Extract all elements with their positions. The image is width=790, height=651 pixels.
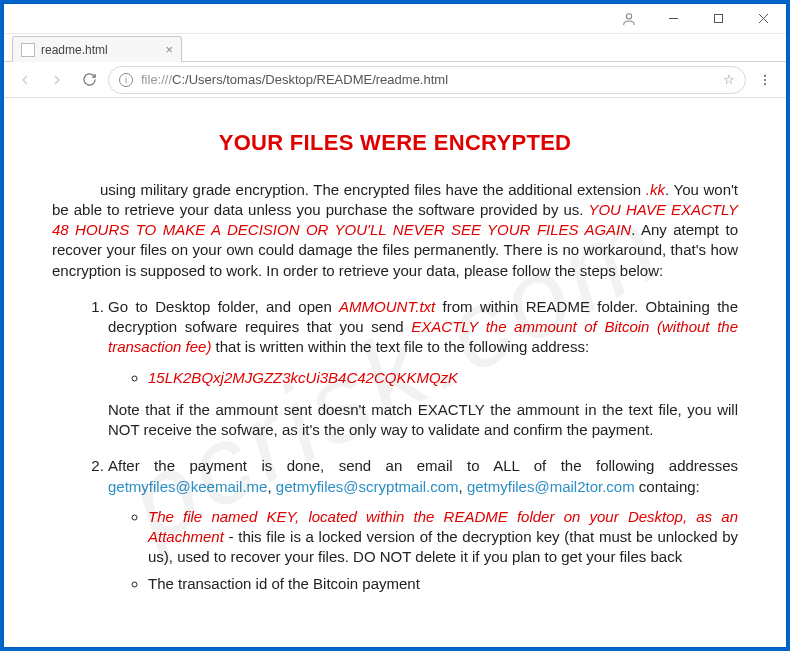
page-heading: YOUR FILES WERE ENCRYPTED bbox=[52, 128, 738, 158]
maximize-button[interactable] bbox=[696, 4, 741, 34]
url-text: file:///C:/Users/tomas/Desktop/README/re… bbox=[141, 72, 715, 87]
chrome-menu-button[interactable] bbox=[752, 67, 778, 93]
forward-button[interactable] bbox=[44, 67, 70, 93]
step-2-sub-1: The file named KEY, located within the R… bbox=[148, 507, 738, 568]
browser-window: readme.html × i file:///C:/Users/tomas/D… bbox=[4, 4, 786, 647]
step-1-note: Note that if the ammount sent doesn't ma… bbox=[108, 400, 738, 441]
new-tab-button[interactable] bbox=[186, 39, 208, 61]
back-button[interactable] bbox=[12, 67, 38, 93]
step-2-sublist: The file named KEY, located within the R… bbox=[108, 507, 738, 594]
svg-point-7 bbox=[764, 83, 766, 85]
tab-strip: readme.html × bbox=[4, 34, 786, 62]
window-titlebar bbox=[4, 4, 786, 34]
svg-point-5 bbox=[764, 74, 766, 76]
reload-button[interactable] bbox=[76, 67, 102, 93]
step-2-sub-2: The transaction id of the Bitcoin paymen… bbox=[148, 574, 738, 594]
minimize-button[interactable] bbox=[651, 4, 696, 34]
browser-tab[interactable]: readme.html × bbox=[12, 36, 182, 62]
address-bar[interactable]: i file:///C:/Users/tomas/Desktop/README/… bbox=[108, 66, 746, 94]
file-favicon bbox=[21, 43, 35, 57]
btc-address-list: 15LK2BQxj2MJGZZ3kcUi3B4C42CQKKMQzK bbox=[108, 368, 738, 388]
intro-paragraph: using military grade encryption. The enc… bbox=[52, 180, 738, 281]
bookmark-star-icon[interactable]: ☆ bbox=[723, 72, 735, 87]
svg-rect-2 bbox=[715, 15, 723, 23]
btc-address: 15LK2BQxj2MJGZZ3kcUi3B4C42CQKKMQzK bbox=[148, 368, 738, 388]
user-icon[interactable] bbox=[615, 5, 643, 33]
close-button[interactable] bbox=[741, 4, 786, 34]
step-2: After the payment is done, send an email… bbox=[108, 456, 738, 594]
navigation-bar: i file:///C:/Users/tomas/Desktop/README/… bbox=[4, 62, 786, 98]
svg-point-0 bbox=[626, 13, 631, 18]
page-content: pcrisk.com YOUR FILES WERE ENCRYPTED usi… bbox=[4, 98, 786, 647]
tab-title: readme.html bbox=[41, 43, 108, 57]
steps-list: Go to Desktop folder, and open AMMOUNT.t… bbox=[52, 297, 738, 594]
tab-close-icon[interactable]: × bbox=[165, 42, 173, 57]
step-1: Go to Desktop folder, and open AMMOUNT.t… bbox=[108, 297, 738, 441]
svg-point-6 bbox=[764, 78, 766, 80]
site-info-icon[interactable]: i bbox=[119, 73, 133, 87]
